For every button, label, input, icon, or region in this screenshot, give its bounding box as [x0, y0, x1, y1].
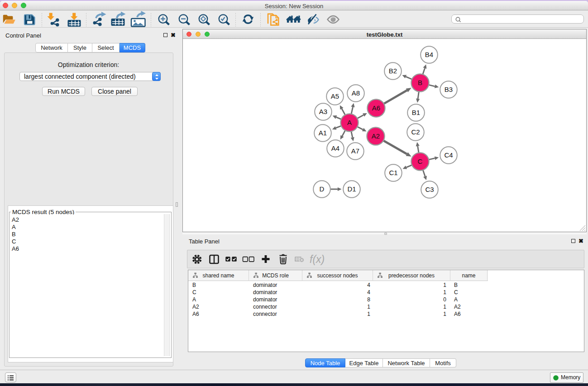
svg-text:A3: A3 [319, 108, 327, 115]
svg-text:C3: C3 [425, 186, 434, 193]
svg-text:B3: B3 [445, 86, 453, 93]
svg-text:B2: B2 [389, 67, 397, 75]
svg-text:A2: A2 [372, 132, 380, 140]
svg-text:A4: A4 [331, 144, 339, 152]
svg-text:A: A [347, 119, 352, 126]
svg-text:A7: A7 [351, 147, 359, 155]
svg-text:C4: C4 [444, 151, 453, 159]
svg-text:D: D [320, 185, 325, 193]
svg-text:C2: C2 [411, 128, 420, 136]
svg-text:B1: B1 [412, 109, 420, 116]
svg-text:C: C [418, 157, 423, 165]
svg-text:A1: A1 [319, 129, 327, 137]
svg-text:A6: A6 [372, 104, 380, 112]
svg-text:B4: B4 [425, 51, 433, 58]
svg-text:A5: A5 [331, 92, 339, 100]
svg-text:D1: D1 [347, 185, 356, 193]
svg-text:f(x): f(x) [310, 253, 325, 265]
svg-text:A8: A8 [352, 89, 360, 97]
svg-text:B: B [418, 79, 422, 86]
svg-text:C1: C1 [389, 169, 397, 176]
